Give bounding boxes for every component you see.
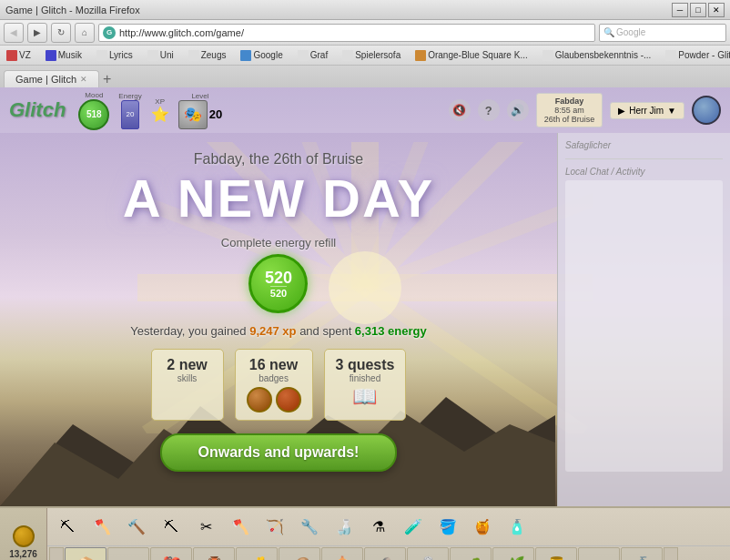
bookmark-uni-icon [147,50,158,61]
inventory-bar: 13,276 Currants ⛏ 🪓 🔨 ⛏ ✂ 🪓 🏹 🔧 🍶 ⚗ 🧪 🪣 … [0,506,730,560]
item-icon-10: 🥕 [460,555,482,560]
bookmark-graf[interactable]: Graf [295,49,330,62]
item-slot-8[interactable]: 🪨 [364,547,406,560]
skills-stat: 2 new skills [151,349,224,421]
bookmarks-bar: VZ Musik Lyrics Uni Zeugs Google Graf Sp… [0,46,730,66]
skills-label: skills [163,373,212,383]
close-button[interactable]: ✕ [708,3,725,17]
tool-slot-5[interactable]: ✂ [189,511,222,544]
item-slot-4[interactable]: 🏺 [193,547,235,560]
bookmark-musik-icon [46,50,56,61]
mood-circle: 518 [78,99,109,130]
bookmark-zeugs-icon [188,50,199,61]
new-tab-button[interactable]: + [103,71,111,87]
level-value: 20 [209,107,222,121]
search-bar[interactable]: 🔍 Google [599,24,726,42]
xp-gained: 9,247 xp [249,324,296,338]
level-label: Level [191,92,208,100]
tool-slot-4[interactable]: ⛏ [155,511,188,544]
item-slot-9[interactable]: 🧂 [407,547,449,560]
scroll-left-button[interactable]: ◀ [49,547,64,560]
forward-button[interactable]: ▶ [27,23,47,43]
back-button[interactable]: ◀ [4,23,24,43]
bookmark-uni[interactable]: Uni [145,49,177,62]
tool-slot-6[interactable]: 🪓 [224,511,257,544]
item-icon-12: 🫙 [545,555,568,560]
item-row: ◀ 📦 ✖ 10/15 🎒 🏺 💰 🥔 [47,546,730,560]
tool-slot-10[interactable]: ⚗ [362,511,395,544]
item-slot-11[interactable]: 🌿 [492,547,534,560]
address-bar[interactable]: G http://www.glitch.com/game/ [98,24,595,42]
item-icon-5: 💰 [246,555,269,560]
bookmark-spielersofa[interactable]: Spielersofa [340,49,403,62]
browser-titlebar: Game | Glitch - Mozilla Firefox ─ □ ✕ [0,0,730,20]
home-button[interactable]: ⌂ [75,23,95,43]
header-right: 🔇 ? 🔊 Fabday 8:55 am 26th of Bruise ▶ He… [449,93,721,127]
tool-slot-11[interactable]: 🧪 [397,511,430,544]
item-slot-14[interactable]: 🧴 [621,547,663,560]
item-slot-1[interactable]: 📦 [65,547,106,560]
badges-stat: 16 new badges [235,349,313,421]
bookmark-zeugs[interactable]: Zeugs [186,49,229,62]
energy-current: 520 [265,270,292,286]
item-slot-2[interactable]: ✖ 10/15 [107,547,149,560]
item-slot-6[interactable]: 🥔 10/16 [279,547,320,560]
bookmark-powder-icon [665,50,676,61]
bookmark-lyrics[interactable]: Lyrics [94,49,136,62]
tool-slot-1[interactable]: ⛏ [51,511,84,544]
mood-group: Mood 518 [78,91,109,130]
energy-section-label: Complete energy refill [221,236,336,249]
datetime-box: Fabday 8:55 am 26th of Bruise [536,93,603,127]
user-menu-button[interactable]: ▶ Herr Jim ▼ [610,102,684,119]
tool-slot-12[interactable]: 🪣 [431,511,464,544]
user-avatar[interactable] [692,96,721,125]
bookmark-orange[interactable]: Orange-Blue Square K... [412,49,531,62]
item-slot-12[interactable]: 🫙 [535,547,577,560]
tab-close-icon[interactable]: ✕ [80,75,87,84]
tool-slot-7[interactable]: 🏹 [259,511,291,544]
bookmark-powder[interactable]: Powder - Glitch Strate... [663,49,730,62]
bookmark-glaubens-icon [542,50,553,61]
sound-button[interactable]: 🔇 [449,99,471,121]
tool-slot-8[interactable]: 🔧 [293,511,326,544]
tool-slot-3[interactable]: 🔨 [120,511,153,544]
bookmark-lyrics-icon [96,50,107,61]
settings-button[interactable]: 🔊 [507,99,529,121]
item-slot-13[interactable]: 🫖 [578,547,620,560]
energy-circle: 520 520 [248,254,308,313]
energy-max: 520 [270,286,287,299]
badge-icons [247,387,301,412]
browser-toolbar: ◀ ▶ ↻ ⌂ G http://www.glitch.com/game/ 🔍 … [0,20,730,46]
item-slot-3[interactable]: 🎒 [150,547,192,560]
tool-slot-14[interactable]: 🧴 [501,511,533,544]
scroll-right-button[interactable]: ▶ [664,547,678,560]
tool-slot-9[interactable]: 🍶 [328,511,360,544]
currant-icon [13,525,35,547]
maximize-button[interactable]: □ [690,3,706,17]
inventory-slots: ⛏ 🪓 🔨 ⛏ ✂ 🪓 🏹 🔧 🍶 ⚗ 🧪 🪣 🍯 🧴 ◀ 📦 ✖ [47,508,730,560]
mood-value: 518 [86,109,102,119]
reload-button[interactable]: ↻ [51,23,71,43]
item-slot-10[interactable]: 🥕 [450,547,492,560]
tool-slot-2[interactable]: 🪓 [86,511,118,544]
chat-area[interactable] [565,180,723,472]
bookmark-vz[interactable]: VZ [4,49,34,62]
level-group: Level 🎭 20 [178,92,222,129]
help-button[interactable]: ? [478,99,500,121]
day-subtitle: Fabday, the 26th of Bruise [194,151,363,168]
bookmark-musik[interactable]: Musik [43,49,85,62]
item-icon-4: 🏺 [203,555,226,560]
xp-line: Yesterday, you gained 9,247 xp and spent… [130,324,426,338]
item-slot-5[interactable]: 💰 [236,547,278,560]
bookmark-glaubens[interactable]: Glaubensbekenntnis -... [540,49,654,62]
day-title: A NEW DAY [123,172,434,225]
google-icon: 🔍 [603,27,614,37]
bookmark-google[interactable]: Google [238,49,285,62]
tool-slot-13[interactable]: 🍯 [466,511,499,544]
item-slot-7[interactable]: 🧅 [321,547,363,560]
minimize-button[interactable]: ─ [672,3,688,17]
browser-title: Game | Glitch - Mozilla Firefox [5,5,672,15]
tab-game[interactable]: Game | Glitch ✕ [4,70,99,87]
onwards-button[interactable]: Onwards and upwards! [160,433,398,472]
user-name: Herr Jim [629,106,664,116]
